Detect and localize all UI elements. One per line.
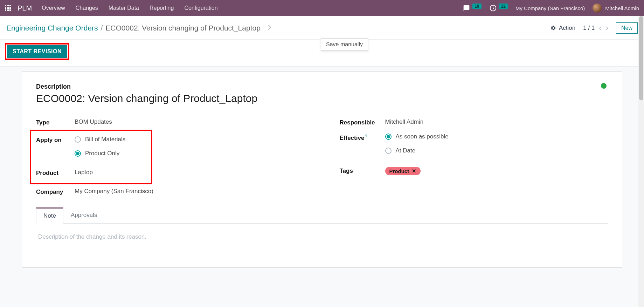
note-placeholder: Description of the change and its reason…	[38, 233, 146, 240]
type-label: Type	[36, 118, 75, 126]
record-title[interactable]: ECO0002: Version changing of Product_Lap…	[36, 93, 608, 104]
effective-label: Effective?	[340, 133, 385, 142]
apply-on-label: Apply on	[36, 136, 75, 144]
start-revision-button[interactable]: START REVISION	[7, 45, 67, 58]
tab-note[interactable]: Note	[36, 207, 63, 224]
action-dropdown[interactable]: Action	[550, 25, 575, 32]
tab-approvals[interactable]: Approvals	[63, 207, 105, 224]
chat-icon	[463, 5, 470, 12]
tags-label: Tags	[340, 167, 385, 175]
company-value[interactable]: My Company (San Francisco)	[75, 188, 153, 195]
messages-indicator[interactable]: 10	[463, 5, 481, 12]
avatar	[593, 4, 602, 13]
kanban-status-dot[interactable]	[601, 83, 607, 89]
pager: 1 / 1 ‹ ›	[583, 23, 608, 33]
breadcrumb-current: ECO0002: Version changing of Product_Lap…	[105, 24, 260, 32]
pager-prev-icon[interactable]: ‹	[599, 23, 601, 33]
tags-value[interactable]: Product ✕	[385, 167, 421, 175]
breadcrumb-root[interactable]: Engineering Change Orders	[6, 24, 98, 32]
radio-icon	[75, 136, 81, 143]
product-label: Product	[36, 169, 75, 177]
apply-on-bom-option[interactable]: Bill of Materials	[75, 136, 125, 143]
radio-icon	[75, 150, 81, 157]
apps-icon[interactable]	[5, 5, 11, 11]
form-sheet: Description ECO0002: Version changing of…	[22, 71, 622, 268]
save-tooltip: Save manually	[321, 38, 368, 51]
unsaved-indicator-icon[interactable]	[266, 25, 271, 30]
description-label: Description	[36, 83, 608, 90]
breadcrumb-separator: /	[101, 24, 103, 32]
nav-configuration[interactable]: Configuration	[184, 5, 217, 11]
nav-reporting[interactable]: Reporting	[150, 5, 174, 11]
nav-master-data[interactable]: Master Data	[109, 5, 139, 11]
new-button[interactable]: New	[616, 22, 638, 34]
apply-on-product-option[interactable]: Product Only	[75, 150, 125, 157]
highlight-start-revision: START REVISION	[5, 43, 69, 60]
tag-remove-icon[interactable]: ✕	[412, 168, 416, 174]
radio-icon	[385, 134, 392, 140]
breadcrumb-row: Engineering Change Orders / ECO0002: Ver…	[0, 16, 644, 40]
radio-icon	[385, 148, 392, 154]
help-icon[interactable]: ?	[365, 134, 367, 138]
gear-icon	[550, 25, 556, 31]
tag-product[interactable]: Product ✕	[385, 167, 421, 175]
messages-count: 10	[472, 4, 481, 9]
note-content[interactable]: Description of the change and its reason…	[36, 224, 608, 250]
responsible-value[interactable]: Mitchell Admin	[385, 118, 424, 125]
type-value[interactable]: BOM Updates	[75, 118, 112, 125]
responsible-label: Responsible	[340, 118, 385, 126]
vertical-scrollbar[interactable]	[638, 16, 644, 307]
nav-overview[interactable]: Overview	[42, 5, 65, 11]
pager-next-icon[interactable]: ›	[606, 23, 608, 33]
user-menu[interactable]: Mitchell Admin	[593, 4, 639, 13]
clock-icon	[489, 4, 497, 12]
activities-indicator[interactable]: 12	[489, 4, 508, 12]
form-right-column: Responsible Mitchell Admin Effective? As…	[340, 115, 608, 199]
nav-changes[interactable]: Changes	[76, 5, 98, 11]
activities-count: 12	[499, 4, 508, 9]
main-navbar: PLM Overview Changes Master Data Reporti…	[0, 0, 644, 16]
effective-atdate-option[interactable]: At Date	[385, 147, 449, 154]
pager-text: 1 / 1	[583, 25, 595, 32]
form-left-column: Type BOM Updates Apply on Bill of Materi…	[36, 115, 305, 199]
company-label: Company	[36, 188, 75, 196]
user-name: Mitchell Admin	[605, 5, 639, 11]
product-value[interactable]: Laptop	[75, 169, 93, 176]
tabs: Note Approvals	[36, 207, 608, 224]
effective-asap-option[interactable]: As soon as possible	[385, 133, 449, 140]
company-selector[interactable]: My Company (San Francisco)	[515, 5, 585, 11]
app-name[interactable]: PLM	[18, 4, 32, 12]
highlight-apply-product: Apply on Bill of Materials Product Only	[30, 130, 152, 184]
scrollbar-thumb[interactable]	[639, 16, 643, 100]
